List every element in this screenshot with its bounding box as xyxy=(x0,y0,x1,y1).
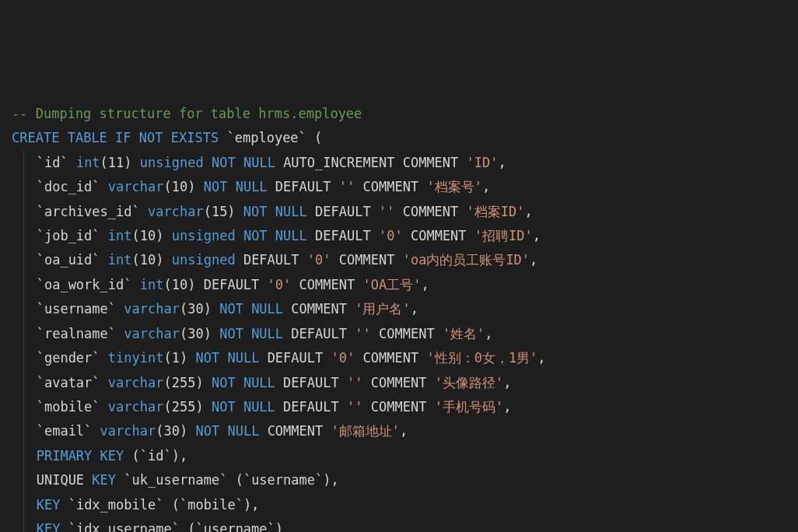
column-def-line: `mobile` varchar(255) NOT NULL DEFAULT '… xyxy=(37,395,786,419)
column-attr: COMMENT xyxy=(371,375,427,390)
column-attr: NULL xyxy=(243,399,275,415)
column-attr: unsigned xyxy=(140,155,204,170)
column-type: varchar xyxy=(124,301,180,317)
key-def-line: KEY `idx_username` (`username`) xyxy=(37,517,786,532)
column-attr: COMMENT xyxy=(379,326,435,341)
column-def-line: `avatar` varchar(255) NOT NULL DEFAULT '… xyxy=(37,371,786,395)
column-attr: NULL xyxy=(227,350,259,366)
column-attr: DEFAULT xyxy=(315,228,371,243)
kw-not: NOT xyxy=(139,130,163,145)
column-name: `archives_id` xyxy=(37,204,140,219)
column-attr: DEFAULT xyxy=(291,326,347,341)
column-size: (30) xyxy=(180,301,212,317)
column-attr: DEFAULT xyxy=(243,252,299,268)
open-paren: ( xyxy=(314,130,322,145)
column-attr: NOT xyxy=(195,423,219,439)
column-def-line: `id` int(11) unsigned NOT NULL AUTO_INCR… xyxy=(37,151,786,175)
column-attr: NOT xyxy=(243,228,268,243)
key-token: `uk_username` xyxy=(124,472,227,488)
column-size: (255) xyxy=(163,399,203,415)
column-attr: '头像路径' xyxy=(435,375,503,390)
kw-if: IF xyxy=(115,130,131,145)
key-def-line: KEY `idx_mobile` (`mobile`), xyxy=(37,493,786,517)
column-attr: AUTO_INCREMENT xyxy=(283,155,394,170)
column-attr: COMMENT xyxy=(403,204,459,219)
key-def-line: PRIMARY KEY (`id`), xyxy=(37,444,786,468)
column-attr: NOT xyxy=(195,350,219,366)
column-attr: unsigned xyxy=(172,252,236,268)
column-attr: '档案号' xyxy=(426,179,481,194)
column-def-line: `email` varchar(30) NOT NULL COMMENT '邮箱… xyxy=(37,419,786,443)
column-attr: 'ID' xyxy=(467,155,499,170)
column-attr: '姓名' xyxy=(443,326,485,341)
key-token: ( xyxy=(236,472,243,488)
column-size: (255) xyxy=(163,375,203,390)
column-type: varchar xyxy=(124,326,180,341)
column-size: (10) xyxy=(132,228,164,243)
kw-table: TABLE xyxy=(68,130,107,145)
create-table-line: CREATE TABLE IF NOT EXISTS `employee` ( xyxy=(12,126,786,150)
column-type: int xyxy=(108,228,132,243)
column-attr: '性别：0女，1男' xyxy=(426,350,537,366)
column-attr: '' xyxy=(347,375,362,390)
column-type: int xyxy=(108,252,132,268)
column-attr: '招聘ID' xyxy=(474,228,533,243)
key-token: `mobile` xyxy=(180,497,243,513)
key-token: ( xyxy=(132,448,140,464)
column-attr: NULL xyxy=(275,228,307,243)
column-attr: 'OA工号' xyxy=(362,277,421,292)
column-type: varchar xyxy=(148,204,204,219)
column-attr: NOT xyxy=(212,375,236,390)
column-def-line: `oa_uid` int(10) unsigned DEFAULT '0' CO… xyxy=(37,248,786,272)
column-attr: NULL xyxy=(275,204,307,219)
kw-exists: EXISTS xyxy=(171,130,219,145)
column-attr: NOT xyxy=(204,179,228,194)
column-size: (1) xyxy=(163,350,187,366)
column-type: varchar xyxy=(100,423,156,439)
column-name: `job_id` xyxy=(37,228,100,243)
column-attr: COMMENT xyxy=(268,423,324,439)
column-size: (15) xyxy=(204,204,236,219)
key-token: ), xyxy=(243,497,259,513)
column-name: `oa_work_id` xyxy=(37,277,132,292)
column-attr: DEFAULT xyxy=(315,204,371,219)
column-type: varchar xyxy=(108,179,164,194)
column-size: (30) xyxy=(156,423,187,439)
column-size: (30) xyxy=(180,326,212,341)
column-type: varchar xyxy=(108,375,164,390)
column-attr: COMMENT xyxy=(299,277,355,292)
column-attr: DEFAULT xyxy=(275,179,331,194)
column-def-line: `oa_work_id` int(10) DEFAULT '0' COMMENT… xyxy=(37,273,786,297)
key-token: KEY xyxy=(92,472,116,488)
column-attr: '用户名' xyxy=(355,301,410,317)
column-attr: unsigned xyxy=(172,228,236,243)
key-def-line: UNIQUE KEY `uk_username` (`username`), xyxy=(37,468,786,492)
column-attr: 'oa内的员工账号ID' xyxy=(403,252,530,268)
sql-code-block[interactable]: -- Dumping structure for table hrms.empl… xyxy=(12,102,786,532)
column-attr: NOT xyxy=(219,326,243,341)
column-attr: DEFAULT xyxy=(268,350,324,366)
column-name: `realname` xyxy=(37,326,116,341)
column-name: `gender` xyxy=(37,350,100,366)
column-attr: DEFAULT xyxy=(204,277,260,292)
column-attr: NOT xyxy=(243,204,268,219)
key-token: ( xyxy=(187,521,195,532)
key-token: KEY xyxy=(100,448,124,464)
column-attr: COMMENT xyxy=(411,228,467,243)
column-def-line: `username` varchar(30) NOT NULL COMMENT … xyxy=(37,297,786,321)
column-attr: COMMENT xyxy=(339,252,395,268)
key-token: KEY xyxy=(37,521,61,532)
column-attr: NULL xyxy=(251,326,283,341)
column-attr: COMMENT xyxy=(403,155,459,170)
column-attr: '0' xyxy=(307,252,331,268)
column-attr: COMMENT xyxy=(291,301,347,317)
column-attr: '档案ID' xyxy=(467,204,525,219)
column-attr: NULL xyxy=(236,179,268,194)
column-attr: '手机号码' xyxy=(435,399,503,415)
column-attr: NOT xyxy=(212,399,236,415)
column-attr: COMMENT xyxy=(363,350,419,366)
column-attr: NOT xyxy=(219,301,243,317)
column-attr: '邮箱地址' xyxy=(331,423,400,439)
column-type: tinyint xyxy=(108,350,164,366)
column-attr: '0' xyxy=(379,228,403,243)
